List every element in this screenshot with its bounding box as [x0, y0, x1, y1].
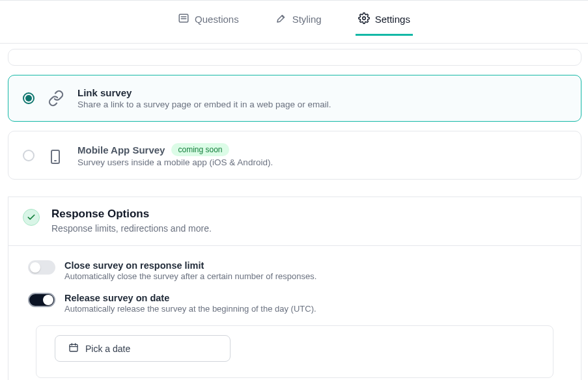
tab-questions[interactable]: Questions	[175, 8, 242, 35]
svg-rect-6	[70, 344, 77, 351]
list-icon	[178, 12, 189, 26]
date-picker-container: Pick a date	[36, 325, 553, 378]
gear-icon	[358, 12, 370, 26]
radio-mobile-survey[interactable]	[23, 150, 35, 161]
brush-icon	[275, 12, 287, 26]
close-on-limit-row: Close survey on response limit Automatic…	[28, 260, 561, 281]
coming-soon-badge: coming soon	[171, 143, 229, 156]
pick-date-button[interactable]: Pick a date	[55, 335, 231, 362]
response-options-section: Response Options Response limits, redire…	[8, 197, 581, 380]
checkmark-icon	[23, 209, 40, 226]
response-options-header[interactable]: Response Options Response limits, redire…	[8, 197, 581, 246]
radio-link-survey[interactable]	[23, 92, 35, 104]
option-mobile-text: Mobile App Survey coming soon Survey use…	[77, 143, 273, 167]
option-mobile-title: Mobile App Survey coming soon	[77, 143, 273, 156]
close-on-limit-desc: Automatically close the survey after a c…	[64, 271, 316, 281]
close-on-limit-title: Close survey on response limit	[64, 260, 316, 271]
response-options-subtitle: Response limits, redirections and more.	[51, 223, 212, 234]
option-mobile-title-text: Mobile App Survey	[77, 144, 165, 156]
release-on-date-text: Release survey on date Automatically rel…	[64, 293, 316, 314]
option-link-desc: Share a link to a survey page or embed i…	[77, 100, 331, 109]
release-on-date-row: Release survey on date Automatically rel…	[28, 293, 561, 314]
tab-settings-label: Settings	[375, 14, 410, 25]
tab-questions-label: Questions	[195, 14, 239, 25]
toggle-release-on-date[interactable]	[28, 293, 55, 307]
top-tabs: Questions Styling Settings	[0, 0, 588, 44]
option-mobile-desc: Survey users inside a mobile app (iOS & …	[77, 157, 273, 167]
previous-card-bottom	[8, 49, 581, 66]
release-on-date-title: Release survey on date	[64, 293, 316, 303]
option-link-text: Link survey Share a link to a survey pag…	[77, 87, 331, 109]
tab-styling-label: Styling	[292, 14, 322, 25]
response-options-body: Close survey on response limit Automatic…	[8, 246, 581, 380]
close-on-limit-text: Close survey on response limit Automatic…	[64, 260, 316, 281]
release-on-date-desc: Automatically release the survey at the …	[64, 304, 316, 314]
mobile-icon	[48, 147, 64, 164]
option-mobile-survey[interactable]: Mobile App Survey coming soon Survey use…	[8, 131, 581, 180]
option-link-title: Link survey	[77, 87, 331, 98]
link-icon	[48, 90, 64, 107]
pick-date-label: Pick a date	[85, 344, 130, 354]
response-options-title: Response Options	[51, 208, 212, 221]
calendar-icon	[68, 342, 79, 355]
svg-point-3	[362, 17, 365, 20]
response-options-header-text: Response Options Response limits, redire…	[51, 208, 212, 234]
tab-settings[interactable]: Settings	[356, 8, 413, 35]
toggle-close-on-limit[interactable]	[28, 260, 55, 275]
tab-styling[interactable]: Styling	[273, 8, 324, 35]
option-link-survey[interactable]: Link survey Share a link to a survey pag…	[8, 75, 581, 122]
